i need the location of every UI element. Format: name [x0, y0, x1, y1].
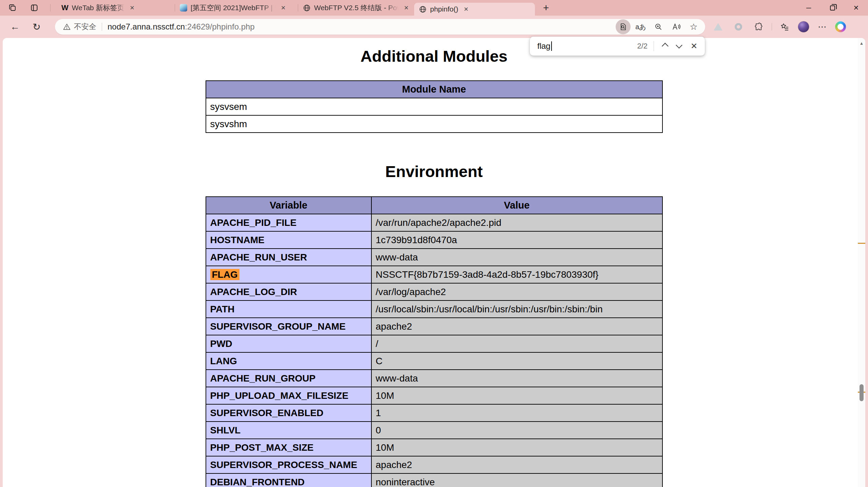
tab-phpinfo-active[interactable]: phpinfo() ✕ [414, 3, 535, 16]
vertical-tabs-icon[interactable] [28, 2, 40, 14]
nssctf-favicon [180, 4, 187, 12]
minimize-button[interactable]: ─ [797, 0, 821, 16]
new-tab-button[interactable]: + [540, 3, 553, 13]
extensions-button[interactable] [751, 19, 766, 34]
module-name-header: Module Name [206, 81, 662, 98]
site-security-chip[interactable]: 不安全 [63, 22, 96, 32]
page-scrollbar[interactable]: ▲ [858, 38, 865, 487]
tab-workspaces-icon[interactable] [7, 2, 18, 14]
table-row: APACHE_RUN_USER www-data [206, 249, 662, 266]
settings-menu-button[interactable]: ⋯ [815, 19, 830, 34]
table-row: SUPERVISOR_PROCESS_NAME apache2 [206, 456, 662, 473]
table-row: LANG C [206, 352, 662, 370]
table-row: APACHE_LOG_DIR /var/log/apache2 [206, 283, 662, 300]
url-host: node7.anna.nssctf.cn [108, 22, 185, 31]
table-row: PWD / [206, 335, 662, 352]
variable-header: Variable [206, 197, 371, 214]
extension-a-icon [714, 23, 722, 31]
find-on-page-icon [619, 23, 627, 31]
toolbar-separator [772, 23, 772, 31]
tab-label: WebFTP V2.5 终结版 - Powered b [314, 3, 399, 13]
zoom-in-icon [654, 23, 662, 31]
find-previous-button[interactable] [657, 39, 672, 54]
globe-icon [303, 4, 311, 12]
find-match-tick [858, 243, 865, 244]
tab-close-icon[interactable]: ✕ [279, 3, 288, 13]
find-input[interactable]: flag [537, 41, 637, 51]
copilot-button[interactable] [835, 21, 846, 32]
scrollbar-thumb[interactable] [860, 384, 864, 401]
environment-table: Variable Value APACHE_PID_FILE /var/run/… [206, 196, 663, 487]
close-window-button[interactable]: ✕ [844, 0, 868, 16]
browser-toolbar: ← ↻ 不安全 node7.anna.nssctf.cn:24629/phpin… [0, 16, 868, 38]
address-separator [102, 23, 102, 31]
url-text[interactable]: node7.anna.nssctf.cn:24629/phpinfo.php [108, 22, 616, 32]
web-page: Additional Modules Module Name sysvsem s… [3, 38, 865, 487]
find-query-text: flag [537, 41, 551, 51]
find-separator [654, 41, 654, 51]
table-row: PATH /usr/local/sbin:/usr/local/bin:/usr… [206, 300, 662, 318]
tab-bar: W WeTab 新标签页 ✕ [第五空间 2021]WebFTP | NSSCT… [0, 0, 868, 16]
tab-wetab[interactable]: W WeTab 新标签页 ✕ [57, 0, 175, 16]
table-header-row: Variable Value [206, 197, 662, 214]
table-row: PHP_POST_MAX_SIZE 10M [206, 439, 662, 456]
table-row: SUPERVISOR_ENABLED 1 [206, 404, 662, 422]
modules-table: Module Name sysvsem sysvshm [206, 80, 663, 133]
star-list-icon [780, 23, 789, 31]
table-row: DEBIAN_FRONTEND noninteractive [206, 473, 662, 487]
zoom-button[interactable] [651, 19, 666, 34]
not-secure-warning-icon [63, 23, 71, 30]
chevron-up-icon [662, 43, 669, 50]
table-row: SHLVL 0 [206, 422, 662, 439]
back-button[interactable]: ← [7, 19, 22, 34]
favorites-bar-button[interactable] [777, 19, 792, 34]
tab-close-icon[interactable]: ✕ [128, 3, 137, 13]
flag-value: NSSCTF{8b7b7159-3ad8-4a2d-8b57-19bc78039… [371, 266, 662, 283]
find-on-page-button[interactable] [616, 19, 631, 34]
find-match-count: 2/2 [637, 42, 648, 51]
additional-modules-title: Additional Modules [3, 47, 865, 65]
favorites-button[interactable]: ☆ [686, 19, 701, 34]
find-bar: flag 2/2 ✕ [530, 37, 705, 56]
tab-separator [50, 4, 51, 12]
overflow-dots-icon: ⋯ [818, 22, 827, 32]
tab-close-icon[interactable]: ✕ [462, 4, 470, 14]
refresh-button[interactable]: ↻ [29, 19, 44, 34]
find-next-button[interactable] [672, 39, 687, 54]
translate-button[interactable]: aあ [633, 19, 648, 34]
table-row: PHP_UPLOAD_MAX_FILESIZE 10M [206, 387, 662, 404]
extension-b-button[interactable] [731, 19, 746, 34]
restore-button[interactable] [821, 0, 844, 16]
wetab-favicon-icon: W [61, 4, 69, 12]
value-header: Value [371, 197, 662, 214]
address-bar[interactable]: 不安全 node7.anna.nssctf.cn:24629/phpinfo.p… [55, 19, 705, 35]
extension-b-icon [735, 23, 742, 31]
extension-a-button[interactable] [711, 19, 726, 34]
translate-icon: aあ [635, 22, 646, 32]
tab-webftp[interactable]: WebFTP V2.5 终结版 - Powered b ✕ [298, 0, 414, 16]
star-icon: ☆ [690, 22, 697, 32]
table-row: SUPERVISOR_GROUP_NAME apache2 [206, 318, 662, 335]
scroll-up-arrow-icon[interactable]: ▲ [858, 41, 865, 46]
restore-icon [830, 5, 835, 11]
profile-avatar[interactable] [798, 21, 809, 33]
find-close-button[interactable]: ✕ [687, 39, 701, 54]
find-highlight-active: FLAG [210, 269, 239, 280]
table-row: sysvsem [206, 98, 662, 115]
content-frame: Additional Modules Module Name sysvsem s… [0, 38, 868, 487]
table-header-row: Module Name [206, 81, 662, 98]
tab-label: WeTab 新标签页 [72, 3, 124, 13]
globe-icon [419, 5, 427, 13]
table-row: APACHE_PID_FILE /var/run/apache2/apache2… [206, 214, 662, 231]
table-row: APACHE_RUN_GROUP www-data [206, 370, 662, 387]
tab-label: [第五空间 2021]WebFTP | NSSCTF [191, 3, 275, 13]
read-aloud-icon [672, 23, 680, 31]
tab-label: phpinfo() [430, 5, 458, 13]
tab-nssctf-webftp[interactable]: [第五空间 2021]WebFTP | NSSCTF ✕ [175, 0, 298, 16]
text-caret [551, 41, 552, 51]
puzzle-icon [754, 22, 763, 31]
read-aloud-button[interactable] [669, 19, 683, 34]
environment-title: Environment [3, 162, 865, 181]
security-label: 不安全 [74, 22, 96, 32]
tab-close-icon[interactable]: ✕ [402, 3, 411, 13]
